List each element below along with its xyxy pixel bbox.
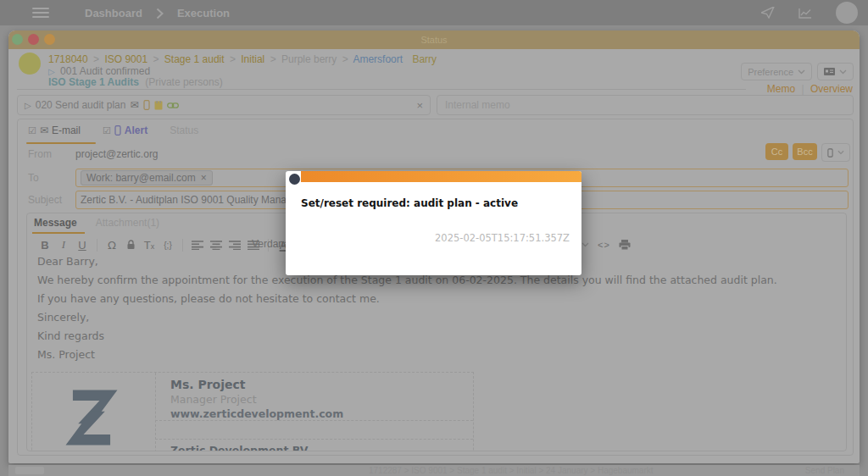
- phone-icon: [827, 148, 833, 158]
- from-label: From: [28, 148, 52, 160]
- body-line: Kind regards: [37, 327, 836, 346]
- lock-button[interactable]: [121, 236, 140, 253]
- special-char-button[interactable]: Ω: [103, 236, 121, 253]
- checkbox-icon: ☑: [103, 125, 111, 136]
- signature-role: Manager Project: [170, 392, 343, 407]
- align-right-button[interactable]: [225, 236, 244, 253]
- breadcrumb-separator: >: [270, 53, 276, 65]
- align-left-button[interactable]: [188, 236, 207, 253]
- breadcrumb-city[interactable]: Amersfoort: [353, 53, 403, 65]
- memo-link[interactable]: Memo: [767, 83, 795, 95]
- preference-button[interactable]: Preference: [741, 63, 812, 80]
- play-icon: ▷: [25, 101, 31, 110]
- source-code-button[interactable]: <>: [598, 240, 610, 250]
- from-value: project@zertic.org: [75, 148, 159, 160]
- breadcrumb-standard[interactable]: ISO 9001: [104, 53, 147, 65]
- underline-button[interactable]: U: [73, 236, 92, 253]
- user-avatar[interactable]: [836, 2, 858, 24]
- chart-icon[interactable]: [798, 8, 812, 19]
- tab-alert-label: Alert: [125, 125, 147, 136]
- signature-table: Ms. Project Manager Project www.zerticde…: [31, 372, 474, 451]
- breadcrumb-separator: >: [230, 53, 236, 65]
- audit-status-text: 001 Audit confirmed: [60, 65, 150, 77]
- active-tab-underline: [26, 142, 96, 144]
- app-breadcrumb: Dashboard Execution: [85, 7, 230, 19]
- breadcrumb-initial[interactable]: Initial: [241, 53, 264, 65]
- body-line: Sincerely,: [37, 308, 836, 327]
- clear-format-button[interactable]: Tx: [140, 236, 159, 253]
- breadcrumb-contact[interactable]: Barry: [412, 53, 437, 65]
- tab-attachment[interactable]: Attachment(1): [96, 217, 159, 229]
- signature-name: Ms. Project: [170, 377, 343, 392]
- checkbox-icon: ☑: [28, 125, 36, 136]
- chevron-right-icon: [156, 8, 164, 19]
- window-maximize-button[interactable]: [44, 34, 55, 45]
- top-navbar: Dashboard Execution: [0, 0, 868, 25]
- breadcrumb-id[interactable]: 1718040: [48, 53, 88, 65]
- status-dot-icon[interactable]: [289, 174, 300, 185]
- breadcrumb-separator: >: [93, 53, 99, 65]
- background-action: Send Plan: [805, 466, 844, 475]
- breadcrumb-separator: >: [153, 53, 159, 65]
- close-icon[interactable]: ×: [416, 99, 423, 112]
- align-center-button[interactable]: [207, 236, 225, 253]
- overview-link[interactable]: Overview: [810, 83, 853, 95]
- window-minimize-button[interactable]: [12, 34, 23, 45]
- play-icon: ▷: [48, 67, 55, 76]
- font-family-dropdown[interactable]: Verdana: [252, 238, 290, 250]
- link-separator: |: [802, 83, 804, 95]
- code-snippet-button[interactable]: {;}: [159, 236, 177, 253]
- to-label: To: [28, 172, 39, 184]
- window-close-button[interactable]: [28, 34, 39, 45]
- body-line: Ms. Project: [37, 346, 836, 364]
- audit-type-line: ISO Stage 1 Audits (Private persons): [48, 76, 223, 88]
- background-tab: [15, 467, 44, 474]
- breadcrumb-company[interactable]: Purple berry: [281, 53, 337, 65]
- alert-message: Set/reset required: audit plan - active: [301, 197, 518, 209]
- italic-button[interactable]: I: [54, 236, 73, 253]
- subject-label: Subject: [28, 194, 62, 206]
- window-titlebar[interactable]: Status: [8, 30, 860, 49]
- signature-company: Zertic Development BV: [170, 444, 308, 451]
- audit-status-line: ▷ 001 Audit confirmed: [48, 65, 150, 77]
- nav-dashboard[interactable]: Dashboard: [85, 7, 142, 19]
- print-icon[interactable]: [619, 240, 631, 250]
- audit-avatar: [19, 53, 41, 75]
- nav-execution[interactable]: Execution: [177, 7, 230, 19]
- body-line: If you have any questions, please do not…: [37, 290, 836, 308]
- task-select-input[interactable]: ▷ 020 Send audit plan ✉ ×: [17, 95, 431, 115]
- audit-type-link[interactable]: ISO Stage 1 Audits: [48, 76, 139, 88]
- task-title: 020 Send audit plan: [36, 99, 126, 111]
- phone-icon: [143, 100, 150, 110]
- breadcrumb-separator: >: [342, 53, 348, 65]
- tab-message[interactable]: Message: [34, 217, 77, 229]
- internal-memo-input[interactable]: Internal memo: [437, 95, 854, 115]
- phone-dropdown-button[interactable]: [821, 143, 850, 162]
- signature-website[interactable]: www.zerticdevelopment.com: [170, 407, 343, 421]
- breadcrumb: 1718040 > ISO 9001 > Stage 1 audit > Ini…: [48, 53, 437, 65]
- tab-status-label: Status: [170, 125, 198, 136]
- bcc-button[interactable]: Bcc: [793, 143, 817, 160]
- screen: Dashboard Execution Status 1718040: [0, 0, 868, 476]
- tab-alert[interactable]: ☑ Alert: [103, 125, 147, 136]
- audit-type-suffix: (Private persons): [145, 76, 222, 88]
- zertic-logo: [58, 383, 125, 451]
- tab-email[interactable]: ☑ ✉ E-mail: [28, 125, 81, 136]
- send-icon[interactable]: [761, 7, 775, 19]
- chevron-down-icon[interactable]: [581, 242, 589, 247]
- tab-status[interactable]: Status: [170, 125, 198, 136]
- chevron-down-icon: [837, 150, 844, 155]
- mail-panel: ☑ ✉ E-mail ☑ Alert Status From project@z…: [17, 119, 854, 456]
- view-mode-button[interactable]: [817, 63, 854, 80]
- divider: [17, 89, 746, 90]
- close-icon[interactable]: ×: [201, 172, 207, 184]
- recipient-chip[interactable]: Work: barry@email.com ×: [81, 170, 213, 185]
- envelope-icon: ✉: [130, 99, 138, 111]
- bold-button[interactable]: B: [36, 236, 54, 253]
- breadcrumb-stage[interactable]: Stage 1 audit: [164, 53, 225, 65]
- window-title: Status: [8, 30, 860, 49]
- contact-card-icon: [824, 68, 835, 75]
- cc-button[interactable]: Cc: [765, 143, 788, 160]
- active-tab-underline: [32, 232, 85, 234]
- hamburger-menu-icon[interactable]: [32, 8, 49, 18]
